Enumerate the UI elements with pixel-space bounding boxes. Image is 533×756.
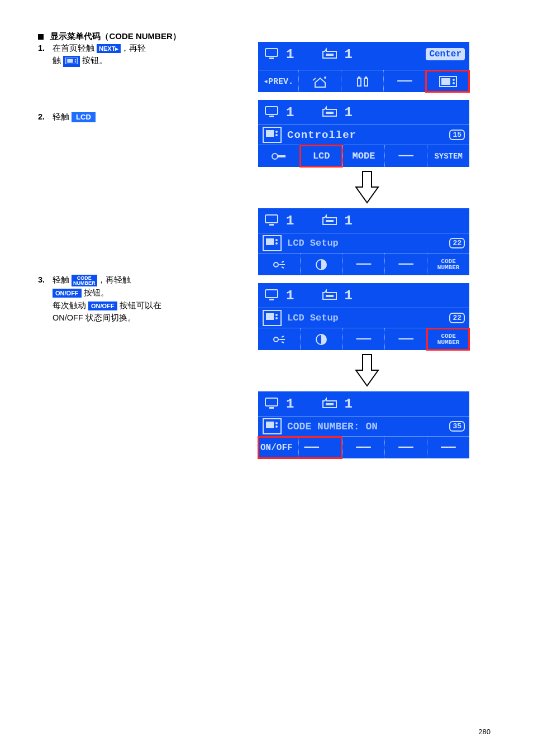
home-icon[interactable] bbox=[298, 70, 341, 92]
controller-icon-button[interactable] bbox=[426, 70, 469, 92]
screen-b: 1 1 Controller 15 LCD MODE —— SYSTEM bbox=[258, 100, 469, 167]
svg-rect-25 bbox=[269, 224, 274, 226]
svg-rect-6 bbox=[326, 54, 334, 56]
svg-rect-18 bbox=[326, 112, 334, 114]
arrow-down-icon bbox=[354, 353, 380, 388]
mode-option[interactable]: MODE bbox=[342, 145, 385, 167]
svg-rect-41 bbox=[269, 407, 274, 409]
svg-point-38 bbox=[274, 337, 278, 342]
key-icon[interactable] bbox=[258, 145, 300, 167]
prev-button[interactable]: ◂PREV. bbox=[258, 70, 298, 92]
controller-icon bbox=[263, 235, 282, 251]
section-title: 显示菜单代码（CODE NUMBER） bbox=[50, 31, 180, 41]
svg-rect-43 bbox=[266, 422, 274, 428]
section-heading: 显示菜单代码（CODE NUMBER） bbox=[38, 31, 495, 42]
svg-point-44 bbox=[275, 422, 278, 424]
svg-rect-4 bbox=[265, 49, 278, 56]
svg-point-2 bbox=[75, 59, 77, 61]
code-number-option[interactable]: CODENUMBER bbox=[427, 253, 469, 275]
svg-point-37 bbox=[275, 317, 278, 319]
num: 1 bbox=[344, 396, 352, 412]
controller-icon bbox=[263, 418, 282, 434]
screen-title: Controller bbox=[287, 129, 356, 141]
svg-point-30 bbox=[274, 262, 278, 267]
text: 在首页轻触 bbox=[53, 44, 94, 52]
svg-rect-34 bbox=[326, 295, 334, 297]
text: 每次触动 bbox=[53, 301, 86, 310]
step-number: 2. bbox=[38, 111, 50, 123]
num: 1 bbox=[344, 47, 352, 62]
onoff-cell[interactable]: ON/OFF —— bbox=[258, 437, 342, 458]
svg-rect-9 bbox=[364, 78, 368, 86]
brightness-icon[interactable] bbox=[258, 253, 300, 275]
text: 按钮。 bbox=[82, 56, 107, 65]
svg-rect-8 bbox=[358, 78, 361, 86]
svg-rect-11 bbox=[365, 76, 367, 78]
text: ，再轻 bbox=[121, 44, 146, 52]
keyboard-icon bbox=[321, 396, 340, 411]
num: 1 bbox=[286, 288, 294, 303]
svg-point-15 bbox=[453, 82, 455, 84]
system-option[interactable]: SYSTEM bbox=[427, 145, 469, 167]
contrast-icon[interactable] bbox=[300, 253, 342, 275]
text: 轻触 bbox=[53, 112, 69, 121]
svg-point-7 bbox=[324, 76, 326, 79]
dash: —— bbox=[383, 70, 426, 92]
dash: —— bbox=[384, 253, 427, 275]
step-2: 2. 轻触 LCD bbox=[38, 111, 245, 123]
text: 按钮可以在 bbox=[120, 301, 161, 310]
svg-rect-26 bbox=[326, 220, 334, 222]
text: ON/OFF 状态间切换。 bbox=[53, 313, 136, 322]
svg-rect-13 bbox=[441, 78, 450, 85]
svg-point-21 bbox=[275, 134, 278, 136]
arrow-down-icon bbox=[354, 170, 380, 205]
center-badge[interactable]: Center bbox=[426, 48, 465, 60]
code-number-chip[interactable]: CODE NUMBER bbox=[72, 275, 97, 286]
code-number-option[interactable]: CODENUMBER bbox=[427, 328, 469, 350]
text: 触 bbox=[53, 56, 61, 65]
svg-point-20 bbox=[275, 131, 278, 133]
screen-title: LCD Setup bbox=[287, 313, 339, 323]
page-badge: 22 bbox=[449, 313, 465, 323]
brightness-icon[interactable] bbox=[258, 328, 300, 350]
onoff-chip[interactable]: ON/OFF bbox=[53, 289, 82, 298]
svg-rect-27 bbox=[266, 238, 274, 245]
bottles-icon[interactable] bbox=[341, 70, 383, 92]
monitor-icon bbox=[263, 396, 282, 411]
svg-rect-1 bbox=[67, 59, 73, 63]
contrast-icon[interactable] bbox=[300, 328, 342, 350]
next-chip[interactable]: NEXT▸ bbox=[97, 44, 121, 53]
svg-rect-10 bbox=[358, 76, 360, 78]
dash: —— bbox=[342, 437, 384, 458]
step-number: 3. bbox=[38, 274, 50, 286]
keyboard-icon bbox=[321, 105, 340, 119]
svg-rect-40 bbox=[265, 398, 278, 406]
num: 1 bbox=[344, 213, 352, 228]
keyboard-icon bbox=[321, 288, 340, 303]
svg-rect-16 bbox=[265, 107, 278, 114]
dash: —— bbox=[384, 145, 427, 167]
step-1: 1. 在首页轻触 NEXT▸，再轻 触 按钮。 bbox=[38, 42, 245, 67]
lcd-option[interactable]: LCD bbox=[300, 145, 342, 167]
svg-rect-5 bbox=[269, 58, 274, 59]
text: ，再轻触 bbox=[97, 275, 131, 284]
onoff-chip[interactable]: ON/OFF bbox=[88, 302, 117, 310]
screen-title: LCD Setup bbox=[287, 238, 339, 248]
lcd-chip[interactable]: LCD bbox=[72, 112, 96, 122]
screen-title: CODE NUMBER: ON bbox=[287, 421, 378, 432]
svg-point-36 bbox=[275, 314, 278, 316]
page-badge: 15 bbox=[449, 130, 465, 140]
svg-rect-24 bbox=[265, 215, 278, 223]
text: 轻触 bbox=[53, 275, 69, 284]
svg-rect-32 bbox=[265, 290, 278, 298]
step-3: 3. 轻触 CODE NUMBER ，再轻触 ON/OFF 按钮。 每次触动 O… bbox=[38, 274, 245, 324]
monitor-icon bbox=[263, 288, 282, 303]
page-badge: 22 bbox=[449, 238, 465, 248]
svg-point-29 bbox=[275, 242, 278, 245]
screen-e: 1 1 CODE NUMBER: ON 35 ON/OFF —— bbox=[258, 391, 469, 458]
dash: —— bbox=[342, 253, 385, 275]
bullet-icon bbox=[38, 34, 44, 40]
controller-icon-chip[interactable] bbox=[63, 56, 80, 67]
svg-rect-42 bbox=[326, 403, 334, 405]
monitor-icon bbox=[263, 213, 282, 228]
